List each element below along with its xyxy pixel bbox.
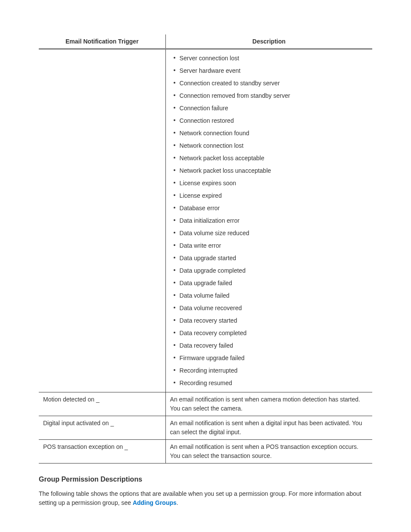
section-heading: Group Permission Descriptions: [39, 476, 372, 483]
list-item: Network connection lost: [180, 140, 368, 152]
list-item: Data recovery completed: [180, 327, 368, 339]
list-item: Data volume failed: [180, 289, 368, 302]
list-item: Server hardware event: [180, 65, 368, 77]
list-item: Connection removed from standby server: [180, 90, 368, 102]
description-cell: An email notification is sent when a dig…: [165, 416, 372, 440]
trigger-cell: Motion detected on _: [39, 392, 165, 416]
list-item: Firmware upgrade failed: [180, 352, 368, 364]
table-row: POS transaction exception on _An email n…: [39, 440, 372, 464]
list-item: Data recovery started: [180, 314, 368, 327]
list-item: Network packet loss acceptable: [180, 152, 368, 165]
list-item: Data volume recovered: [180, 302, 368, 314]
section-body: The following table shows the options th…: [39, 489, 372, 507]
list-item: License expires soon: [180, 177, 368, 190]
list-item: License expired: [180, 190, 368, 202]
list-item: Database error: [180, 202, 368, 215]
description-cell: An email notification is sent when camer…: [165, 392, 372, 416]
table-row: Digital input activated on _An email not…: [39, 416, 372, 440]
description-list: Server connection lostServer hardware ev…: [170, 52, 368, 389]
list-item: Connection restored: [180, 115, 368, 127]
list-item: Data write error: [180, 240, 368, 252]
table-header-description: Description: [165, 34, 372, 49]
list-item: Server connection lost: [180, 52, 368, 65]
table-row: Motion detected on _An email notificatio…: [39, 392, 372, 416]
description-cell: Server connection lostServer hardware ev…: [165, 49, 372, 392]
list-item: Data initialization error: [180, 215, 368, 227]
list-item: Network connection found: [180, 127, 368, 140]
list-item: Data recovery failed: [180, 339, 368, 352]
list-item: Recording resumed: [180, 377, 368, 389]
section-body-post: .: [177, 499, 178, 506]
description-cell: An email notification is sent when a POS…: [165, 440, 372, 464]
list-item: Data volume size reduced: [180, 227, 368, 240]
trigger-cell: Digital input activated on _: [39, 416, 165, 440]
list-item: Data upgrade failed: [180, 277, 368, 289]
trigger-cell: [39, 49, 165, 392]
adding-groups-link[interactable]: Adding Groups: [133, 499, 177, 506]
list-item: Data upgrade started: [180, 252, 368, 264]
list-item: Data upgrade completed: [180, 264, 368, 277]
list-item: Connection created to standby server: [180, 77, 368, 90]
trigger-cell: POS transaction exception on _: [39, 440, 165, 464]
section-body-pre: The following table shows the options th…: [39, 490, 361, 506]
email-notification-table: Email Notification Trigger Description S…: [39, 34, 372, 464]
list-item: Connection failure: [180, 102, 368, 115]
table-header-trigger: Email Notification Trigger: [39, 34, 165, 49]
list-item: Network packet loss unacceptable: [180, 165, 368, 177]
list-item: Recording interrupted: [180, 364, 368, 377]
table-row: Server connection lostServer hardware ev…: [39, 49, 372, 392]
